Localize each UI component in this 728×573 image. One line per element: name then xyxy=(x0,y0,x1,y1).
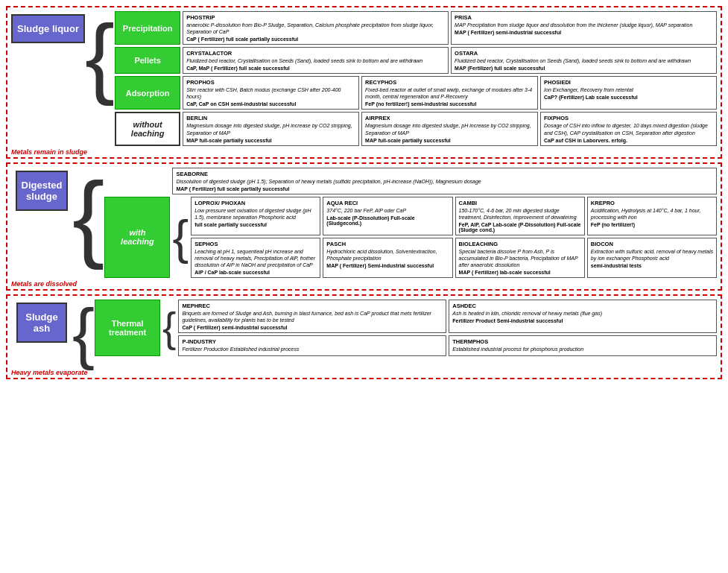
fixphos-title: FIXPHOS xyxy=(544,115,713,121)
fixphos-footer: CaP auf CSH in Laborvers. erfolg. xyxy=(544,138,713,143)
sephos-card: SEPHOS Leaching at pH 1, sequentieal pH … xyxy=(191,238,320,278)
digested-sludge-label: Digestedsludge xyxy=(16,171,69,211)
mephrec-title: MEPHREC xyxy=(182,303,443,309)
digested-sludge-section: Digestedsludge { SEABORNE Dissolution of… xyxy=(6,162,722,291)
sludge-liquor-left: Sludge liquor xyxy=(11,11,85,43)
mephrec-card: MEPHREC Briquets are formed of Sludge an… xyxy=(178,300,446,333)
with-leaching-bottom-cards: SEPHOS Leaching at pH 1, sequentieal pH … xyxy=(191,238,717,278)
thermal-top-cards: MEPHREC Briquets are formed of Sludge an… xyxy=(178,300,717,333)
crystalactor-title: CRYSTALACTOR xyxy=(186,50,445,57)
with-leaching-top-cards: LOPROX/ PHOXAN Low pressure wet oxisatio… xyxy=(191,197,717,235)
cambi-card: CAMBI 150-170°C, 4-6 bar, 20 min digeste… xyxy=(455,197,585,235)
phostrip-desc: anaerobic P-dissolution from Bio-P Sludg… xyxy=(186,22,445,35)
fixphos-card: FIXPHOS Dosage of CSH into inflow to dig… xyxy=(540,112,717,145)
seaborne-row: SEABORNE Dissolution of digested sludge … xyxy=(104,168,717,194)
precipitation-row: Precipitation PHOSTRIP anaerobic P-disso… xyxy=(115,11,717,45)
ashdec-footer: Fertilizer Product Semi-industrial succe… xyxy=(452,318,713,323)
biocon-card: BIOCON Extraction with sulfuric acid, re… xyxy=(587,238,717,278)
seaborne-cards: SEABORNE Dissolution of digested sludge … xyxy=(172,168,717,194)
phostrip-footer: CaP ( Fertilizer) full scale partially s… xyxy=(186,37,445,42)
heavy-metals-evaporate-label: Heavy metals evaporate xyxy=(11,369,717,376)
crystalactor-footer: CaP, MaP ( Fertilizer) full scale succes… xyxy=(186,66,445,71)
prisa-title: PRISA xyxy=(455,14,713,21)
adsorption-label: Adsorption xyxy=(115,76,180,110)
sludge-ash-label: Sludgeash xyxy=(16,303,67,343)
sludge-liquor-label: Sludge liquor xyxy=(11,14,85,43)
diagram: Sludge liquor { Precipitation PHOSTRIP a… xyxy=(0,0,728,389)
digested-sludge-row: Digestedsludge { SEABORNE Dissolution of… xyxy=(11,168,717,279)
thermal-bottom-cards: P-INDUSTRY Fertilizer Production Establi… xyxy=(178,335,717,355)
pasch-footer: MAP ( Fertilizer) Semi-industrial succes… xyxy=(326,263,449,268)
phostrip-card: PHOSTRIP anaerobic P-dissolution from Bi… xyxy=(183,11,449,45)
digested-categories: SEABORNE Dissolution of digested sludge … xyxy=(104,168,717,279)
recyphos-desc: Fixed-bed reactor at outlet of small wwt… xyxy=(365,86,534,100)
krepro-card: KREPRO Acidification, Hydrolysis at 140°… xyxy=(587,197,717,235)
krepro-title: KREPRO xyxy=(591,200,713,206)
pellets-label: Pellets xyxy=(115,47,180,74)
berlin-desc: Magnesium dosage into digested sludge, p… xyxy=(186,122,355,136)
thermal-brace: { xyxy=(162,300,176,355)
loprox-desc: Low pressure wet oxisation of digested s… xyxy=(194,207,317,221)
brace-sm-icon: { xyxy=(172,213,189,262)
seaborne-spacer xyxy=(104,168,170,194)
loprox-footer: full scale partially successful xyxy=(194,222,317,227)
brace-icon: { xyxy=(85,11,115,101)
aqua-reci-footer: Lab-scale (P-Dissolution) Full-scale (Sl… xyxy=(326,215,449,226)
phosiedi-footer: CaP? (Fertilizer) Lab scale successful xyxy=(544,95,713,100)
pasch-card: PASCH Hydrochloric acid dissolution, Sol… xyxy=(323,238,452,278)
digested-brace: { xyxy=(72,168,104,265)
ostara-footer: MAP (Fertilizer) full scale successful xyxy=(455,66,713,71)
seaborne-title: SEABORNE xyxy=(176,171,713,177)
metals-remain-label: Metals remain in sludge xyxy=(11,148,717,156)
cambi-desc: 150-170°C, 4-6 bar, 20 min digested slud… xyxy=(459,207,581,221)
precipitation-cards: PHOSTRIP anaerobic P-dissolution from Bi… xyxy=(183,11,717,45)
fixphos-desc: Dosage of CSH into inflow to digester, 1… xyxy=(544,122,713,136)
without-leaching-row: withoutleaching BERLIN Magnesium dosage … xyxy=(115,112,717,145)
with-leaching-brace: { xyxy=(172,197,189,278)
bioleaching-title: BIOLEACHING xyxy=(459,241,581,247)
mephrec-desc: Briquets are formed of Sludge and Ash, b… xyxy=(182,310,443,323)
thermal-treatment-row: Thermaltreatment { MEPHREC Briquets are … xyxy=(95,300,717,355)
prisa-footer: MAP ( Fertilizer) semi-industrial succes… xyxy=(455,30,713,35)
prisa-card: PRISA MAP Precipitation from sludge liqu… xyxy=(451,11,717,45)
brace-sm2-icon: { xyxy=(162,307,176,348)
crystalactor-desc: Fluidized bed reactor, Crystallisation o… xyxy=(186,57,445,64)
digested-sludge-left: Digestedsludge xyxy=(11,168,72,211)
pasch-title: PASCH xyxy=(326,241,449,247)
loprox-card: LOPROX/ PHOXAN Low pressure wet oxisatio… xyxy=(191,197,320,235)
krepro-footer: FeP (no fertilizer!) xyxy=(591,222,713,227)
loprox-title: LOPROX/ PHOXAN xyxy=(194,200,317,206)
prophos-card: PROPHOS Stirr reactor with CSH, Batch mo… xyxy=(183,76,359,110)
thermphos-card: THERMPHOS Established industrial process… xyxy=(449,335,717,355)
recyphos-title: RECYPHOS xyxy=(365,79,534,86)
airprex-card: AIRPREX Magnesium dosage into digested s… xyxy=(361,112,538,145)
sephos-footer: AlP / CaP lab-scale successful xyxy=(194,270,317,275)
ashdec-title: ASHDEC xyxy=(452,303,713,309)
airprex-desc: Magnesium dosage into digested sludge, p… xyxy=(365,122,534,136)
pellets-cards: CRYSTALACTOR Fluidized bed reactor, Crys… xyxy=(183,47,717,74)
phosiedi-card: PHOSIEDI Ion Exchanger, Recovery from re… xyxy=(540,76,717,110)
bioleaching-card: BIOLEACHING Special bacteria dissolve P … xyxy=(455,238,585,278)
sludge-liquor-categories: Precipitation PHOSTRIP anaerobic P-disso… xyxy=(115,11,717,146)
metals-dissolved-label: Metals are dissolved xyxy=(11,280,717,288)
phosiedi-desc: Ion Exchanger, Recovery from retentat xyxy=(544,86,713,93)
recyphos-card: RECYPHOS Fixed-bed reactor at outlet of … xyxy=(361,76,538,110)
airprex-footer: MAP full-scale partially successful xyxy=(365,138,534,143)
adsorption-row: Adsorption PROPHOS Stirr reactor with CS… xyxy=(115,76,717,110)
berlin-footer: MAP full-scale partially successful xyxy=(186,138,355,143)
prophos-footer: CaP, CaP on CSH semi-industrial successf… xyxy=(186,101,355,107)
mephrec-footer: CaP ( Fertilizer) semi-industrial succes… xyxy=(182,325,443,330)
recyphos-footer: FeP (no fertilizer!) semi-industrial suc… xyxy=(365,101,534,107)
brace-icon: { xyxy=(72,300,95,367)
biocon-footer: semi-industrial tests xyxy=(591,263,713,268)
sludge-liquor-row: Sludge liquor { Precipitation PHOSTRIP a… xyxy=(11,11,717,146)
thermal-treatment-label: Thermaltreatment xyxy=(95,300,160,355)
ashdec-desc: Ash is heated in kiln, chloridic removal… xyxy=(452,310,713,317)
sephos-title: SEPHOS xyxy=(194,241,317,247)
phosiedi-title: PHOSIEDI xyxy=(544,79,713,86)
sludge-ash-categories: Thermaltreatment { MEPHREC Briquets are … xyxy=(95,300,717,355)
berlin-title: BERLIN xyxy=(186,115,355,121)
berlin-card: BERLIN Magnesium dosage into digested sl… xyxy=(183,112,359,145)
ostara-title: OSTARA xyxy=(455,50,713,57)
krepro-desc: Acidification, Hydrolysis at 140°C, 4 ba… xyxy=(591,207,713,221)
